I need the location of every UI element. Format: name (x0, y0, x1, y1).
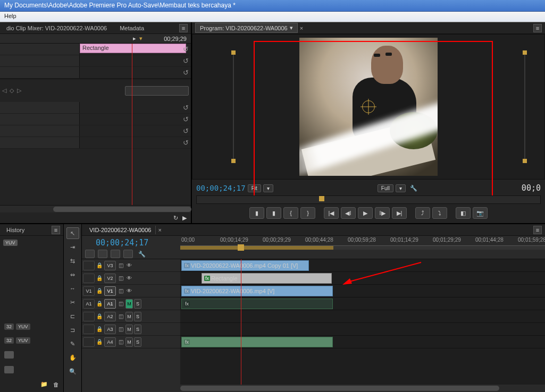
film-icon[interactable] (4, 351, 14, 359)
zoom-tool-icon[interactable]: 🔍 (66, 365, 79, 377)
sequence-tab[interactable]: VID-20200622-WA0006 (85, 226, 156, 234)
track-label[interactable]: V3 (104, 261, 116, 270)
play-button[interactable]: ▶ (358, 207, 373, 219)
scrubber-indicator[interactable] (319, 196, 324, 201)
timeline-playhead[interactable] (241, 259, 241, 385)
mute-button[interactable]: M (125, 325, 133, 334)
slip-tool-icon[interactable]: ⊏ (66, 310, 79, 322)
hand-tool-icon[interactable]: ✋ (66, 352, 79, 363)
video-clip[interactable]: fxVID-20200622-WA0006.mp4 [V] (181, 286, 333, 296)
lock-icon[interactable]: 🔒 (96, 275, 103, 282)
playhead-indicator[interactable] (238, 244, 244, 251)
effects-playhead[interactable] (132, 44, 132, 205)
selection-tool-icon[interactable]: ↖ (66, 227, 79, 239)
track-header-a1[interactable]: A1🔒A1◫MS (82, 297, 180, 310)
extract-button[interactable]: ⤵ (432, 207, 447, 219)
toggle-output-icon[interactable]: ◫ (117, 338, 124, 346)
panel-menu-icon[interactable]: ≡ (52, 226, 60, 234)
tab-metadata[interactable]: Metadata (116, 24, 147, 32)
track-lane-v1[interactable]: fxVID-20200622-WA0006.mp4 [V] (180, 285, 545, 297)
toggle-output-icon[interactable]: ◫ (117, 313, 124, 320)
mute-button[interactable]: M (125, 337, 133, 347)
link-button[interactable] (98, 250, 107, 258)
film-icon[interactable] (4, 366, 14, 373)
scrollbar-thumb[interactable] (180, 386, 499, 391)
keyframe-diamond-icon[interactable]: ◇ (10, 87, 14, 94)
rolling-edit-tool-icon[interactable]: ⇔ (66, 269, 79, 280)
toggle-output-icon[interactable]: ◫ (117, 262, 124, 269)
eye-icon[interactable]: 👁 (125, 287, 133, 295)
timeline-timecode[interactable]: 00;00;24;17 (96, 238, 177, 248)
track-label[interactable]: A1 (104, 299, 116, 309)
slide-tool-icon[interactable]: ⊐ (66, 324, 79, 336)
toggle-output-icon[interactable]: ◫ (117, 275, 124, 282)
toggle-output-icon[interactable]: ◫ (117, 287, 124, 295)
track-label[interactable]: A3 (104, 325, 116, 334)
mute-button[interactable]: M (125, 299, 133, 309)
keyframe-nav-icon[interactable]: ↺ (183, 115, 189, 123)
source-track-a1[interactable]: A1 (83, 299, 95, 309)
solo-button[interactable]: S (134, 299, 141, 309)
track-label[interactable]: A4 (104, 337, 116, 347)
settings-button[interactable] (123, 250, 133, 258)
track-lane-v2[interactable]: fxRectangle (180, 272, 545, 285)
effects-rectangle-clip[interactable]: Rectangle (80, 44, 186, 53)
track-header-a4[interactable]: 🔒A4◫MS (82, 336, 180, 348)
keyframe-nav-icon[interactable]: ↺ (183, 104, 189, 112)
source-track-v1[interactable]: V1 (83, 286, 95, 296)
lock-icon[interactable]: 🔒 (96, 338, 103, 346)
dropdown-arrow-icon[interactable]: ▾ (290, 24, 293, 31)
new-bin-icon[interactable]: 📁 (40, 381, 48, 388)
menubar[interactable]: Help (0, 12, 545, 22)
goto-out-button[interactable]: ▶| (392, 207, 407, 219)
effects-hscroll[interactable] (0, 205, 191, 212)
toggle-output-icon[interactable]: ◫ (117, 300, 124, 308)
lift-button[interactable]: ⤴ (415, 207, 430, 219)
lock-icon[interactable]: 🔒 (96, 326, 103, 333)
effects-prop-row[interactable] (0, 44, 80, 55)
video-clip[interactable]: fxVID-20200622-WA0006.mp4 Copy 01 [V] (181, 260, 309, 271)
program-monitor[interactable] (192, 34, 545, 180)
solo-button[interactable]: S (134, 312, 141, 321)
panel-menu-icon[interactable]: ≡ (533, 226, 542, 234)
export-frame-button[interactable]: ◧ (456, 207, 471, 219)
track-header-a3[interactable]: 🔒A3◫MS (82, 323, 180, 336)
track-lane-v3[interactable]: fxVID-20200622-WA0006.mp4 Copy 01 [V] (180, 259, 545, 272)
tab-clip-mixer[interactable]: dio Clip Mixer: VID-20200622-WA0006 (3, 24, 110, 32)
scrollbar-thumb[interactable] (53, 207, 191, 212)
bit-depth-badge[interactable]: 32 (4, 337, 14, 344)
pen-tool-icon[interactable]: ✎ (66, 338, 79, 350)
lock-icon[interactable]: 🔒 (96, 313, 103, 320)
keyframe-nav-icon[interactable]: ↺ (183, 69, 189, 76)
audio-clip[interactable]: fx (181, 337, 333, 347)
add-marker-button[interactable]: ▮ (249, 207, 264, 219)
ripple-edit-tool-icon[interactable]: ⇆ (66, 255, 79, 267)
rectangle-clip[interactable]: fxRectangle (202, 273, 332, 284)
effect-preset-dropdown[interactable] (125, 86, 189, 96)
panel-menu-icon[interactable]: ≡ (179, 24, 188, 32)
marker-button[interactable] (111, 250, 120, 258)
step-forward-button[interactable]: I▶ (375, 207, 390, 219)
bit-depth-badge[interactable]: 32 (4, 323, 14, 330)
tab-close-icon[interactable]: × (158, 227, 161, 233)
yuv-badge[interactable]: YUV (16, 337, 30, 344)
track-header-v3[interactable]: 🔒V3◫👁 (82, 259, 180, 272)
goto-in-button[interactable]: |◀ (324, 207, 339, 219)
track-lane-a2[interactable] (180, 310, 545, 323)
razor-tool-icon[interactable]: ✂ (66, 296, 79, 308)
track-header-v2[interactable]: 🔒V2◫👁 (82, 272, 180, 285)
lock-icon[interactable]: 🔒 (96, 287, 103, 295)
track-lane-a4[interactable]: fx (180, 336, 545, 348)
yuv-badge[interactable]: YUV (16, 323, 30, 330)
solo-button[interactable]: S (134, 337, 141, 347)
trash-icon[interactable]: 🗑 (53, 381, 59, 388)
snapshot-button[interactable]: 📷 (473, 207, 488, 219)
menu-help[interactable]: Help (4, 13, 16, 19)
track-header-v1[interactable]: V1🔒V1◫👁 (82, 285, 180, 297)
track-label[interactable]: A2 (104, 312, 116, 321)
keyframe-nav-icon[interactable]: ↺ (183, 127, 189, 135)
program-scrubber[interactable] (196, 195, 541, 204)
prev-keyframe-icon[interactable]: ◁ (2, 87, 6, 94)
track-lane-a3[interactable] (180, 323, 545, 336)
eye-icon[interactable]: 👁 (125, 275, 133, 282)
